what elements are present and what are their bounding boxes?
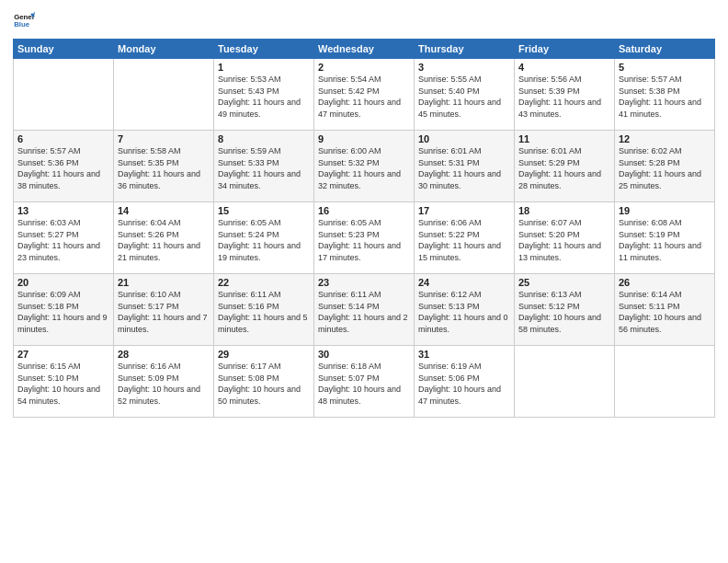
- calendar-cell: 6Sunrise: 5:57 AMSunset: 5:36 PMDaylight…: [14, 131, 114, 202]
- day-number: 6: [17, 133, 109, 144]
- day-number: 25: [518, 277, 610, 288]
- logo: General Blue: [13, 9, 35, 31]
- week-row-3: 13Sunrise: 6:03 AMSunset: 5:27 PMDayligh…: [14, 202, 715, 274]
- day-number: 31: [418, 349, 510, 360]
- calendar-cell: [114, 59, 214, 131]
- day-number: 15: [218, 205, 310, 216]
- day-number: 16: [318, 205, 410, 216]
- calendar-cell: 26Sunrise: 6:14 AMSunset: 5:11 PMDayligh…: [615, 274, 715, 346]
- day-number: 20: [17, 277, 109, 288]
- cell-info: Sunrise: 6:04 AMSunset: 5:26 PMDaylight:…: [118, 217, 210, 263]
- calendar-cell: 1Sunrise: 5:53 AMSunset: 5:43 PMDaylight…: [214, 59, 314, 131]
- calendar-cell: 8Sunrise: 5:59 AMSunset: 5:33 PMDaylight…: [214, 131, 314, 202]
- svg-text:Blue: Blue: [14, 20, 30, 29]
- calendar-cell: 12Sunrise: 6:02 AMSunset: 5:28 PMDayligh…: [615, 131, 715, 202]
- page: General Blue SundayMondayTuesdayWednesda…: [0, 0, 728, 563]
- cell-info: Sunrise: 6:05 AMSunset: 5:24 PMDaylight:…: [218, 217, 310, 263]
- cell-info: Sunrise: 5:58 AMSunset: 5:35 PMDaylight:…: [118, 145, 210, 191]
- calendar-cell: 24Sunrise: 6:12 AMSunset: 5:13 PMDayligh…: [415, 274, 515, 346]
- weekday-monday: Monday: [114, 40, 214, 59]
- week-row-2: 6Sunrise: 5:57 AMSunset: 5:36 PMDaylight…: [14, 131, 715, 202]
- cell-info: Sunrise: 5:56 AMSunset: 5:39 PMDaylight:…: [518, 74, 610, 120]
- cell-info: Sunrise: 6:12 AMSunset: 5:13 PMDaylight:…: [418, 289, 510, 335]
- weekday-sunday: Sunday: [14, 40, 114, 59]
- cell-info: Sunrise: 6:11 AMSunset: 5:16 PMDaylight:…: [218, 289, 310, 335]
- day-number: 24: [418, 277, 510, 288]
- weekday-header-row: SundayMondayTuesdayWednesdayThursdayFrid…: [14, 40, 715, 59]
- day-number: 27: [17, 349, 109, 360]
- calendar-cell: 2Sunrise: 5:54 AMSunset: 5:42 PMDaylight…: [314, 59, 415, 131]
- cell-info: Sunrise: 6:13 AMSunset: 5:12 PMDaylight:…: [518, 289, 610, 335]
- day-number: 4: [518, 62, 610, 73]
- calendar-cell: 18Sunrise: 6:07 AMSunset: 5:20 PMDayligh…: [515, 202, 615, 274]
- calendar-cell: 21Sunrise: 6:10 AMSunset: 5:17 PMDayligh…: [114, 274, 214, 346]
- week-row-5: 27Sunrise: 6:15 AMSunset: 5:10 PMDayligh…: [14, 346, 715, 418]
- calendar-cell: 11Sunrise: 6:01 AMSunset: 5:29 PMDayligh…: [515, 131, 615, 202]
- day-number: 17: [418, 205, 510, 216]
- weekday-tuesday: Tuesday: [214, 40, 314, 59]
- cell-info: Sunrise: 5:57 AMSunset: 5:36 PMDaylight:…: [17, 145, 109, 191]
- weekday-wednesday: Wednesday: [314, 40, 415, 59]
- day-number: 29: [218, 349, 310, 360]
- day-number: 3: [418, 62, 510, 73]
- cell-info: Sunrise: 6:08 AMSunset: 5:19 PMDaylight:…: [619, 217, 711, 263]
- day-number: 10: [418, 133, 510, 144]
- cell-info: Sunrise: 6:09 AMSunset: 5:18 PMDaylight:…: [17, 289, 109, 335]
- weekday-friday: Friday: [515, 40, 615, 59]
- cell-info: Sunrise: 6:01 AMSunset: 5:31 PMDaylight:…: [418, 145, 510, 191]
- calendar-cell: [515, 346, 615, 418]
- cell-info: Sunrise: 6:11 AMSunset: 5:14 PMDaylight:…: [318, 289, 410, 335]
- calendar-cell: 9Sunrise: 6:00 AMSunset: 5:32 PMDaylight…: [314, 131, 415, 202]
- calendar-cell: 28Sunrise: 6:16 AMSunset: 5:09 PMDayligh…: [114, 346, 214, 418]
- calendar-cell: 31Sunrise: 6:19 AMSunset: 5:06 PMDayligh…: [415, 346, 515, 418]
- calendar-cell: 4Sunrise: 5:56 AMSunset: 5:39 PMDaylight…: [515, 59, 615, 131]
- day-number: 7: [118, 133, 210, 144]
- cell-info: Sunrise: 6:18 AMSunset: 5:07 PMDaylight:…: [318, 361, 410, 407]
- calendar-cell: [14, 59, 114, 131]
- cell-info: Sunrise: 6:10 AMSunset: 5:17 PMDaylight:…: [118, 289, 210, 335]
- cell-info: Sunrise: 5:57 AMSunset: 5:38 PMDaylight:…: [619, 74, 711, 120]
- header: General Blue: [13, 9, 715, 31]
- calendar-cell: 13Sunrise: 6:03 AMSunset: 5:27 PMDayligh…: [14, 202, 114, 274]
- cell-info: Sunrise: 6:16 AMSunset: 5:09 PMDaylight:…: [118, 361, 210, 407]
- cell-info: Sunrise: 6:01 AMSunset: 5:29 PMDaylight:…: [518, 145, 610, 191]
- day-number: 28: [118, 349, 210, 360]
- cell-info: Sunrise: 5:59 AMSunset: 5:33 PMDaylight:…: [218, 145, 310, 191]
- day-number: 11: [518, 133, 610, 144]
- cell-info: Sunrise: 6:00 AMSunset: 5:32 PMDaylight:…: [318, 145, 410, 191]
- day-number: 12: [619, 133, 711, 144]
- day-number: 8: [218, 133, 310, 144]
- calendar-table: SundayMondayTuesdayWednesdayThursdayFrid…: [13, 39, 715, 418]
- day-number: 23: [318, 277, 410, 288]
- day-number: 13: [17, 205, 109, 216]
- calendar-cell: 22Sunrise: 6:11 AMSunset: 5:16 PMDayligh…: [214, 274, 314, 346]
- cell-info: Sunrise: 6:19 AMSunset: 5:06 PMDaylight:…: [418, 361, 510, 407]
- cell-info: Sunrise: 6:02 AMSunset: 5:28 PMDaylight:…: [619, 145, 711, 191]
- day-number: 9: [318, 133, 410, 144]
- calendar-cell: 30Sunrise: 6:18 AMSunset: 5:07 PMDayligh…: [314, 346, 415, 418]
- calendar-cell: 29Sunrise: 6:17 AMSunset: 5:08 PMDayligh…: [214, 346, 314, 418]
- day-number: 30: [318, 349, 410, 360]
- day-number: 26: [619, 277, 711, 288]
- calendar-cell: 5Sunrise: 5:57 AMSunset: 5:38 PMDaylight…: [615, 59, 715, 131]
- cell-info: Sunrise: 6:06 AMSunset: 5:22 PMDaylight:…: [418, 217, 510, 263]
- calendar-cell: 27Sunrise: 6:15 AMSunset: 5:10 PMDayligh…: [14, 346, 114, 418]
- calendar-cell: 3Sunrise: 5:55 AMSunset: 5:40 PMDaylight…: [415, 59, 515, 131]
- day-number: 5: [619, 62, 711, 73]
- weekday-saturday: Saturday: [615, 40, 715, 59]
- weekday-thursday: Thursday: [415, 40, 515, 59]
- logo-icon: General Blue: [13, 9, 35, 31]
- cell-info: Sunrise: 6:14 AMSunset: 5:11 PMDaylight:…: [619, 289, 711, 335]
- cell-info: Sunrise: 5:54 AMSunset: 5:42 PMDaylight:…: [318, 74, 410, 120]
- cell-info: Sunrise: 6:07 AMSunset: 5:20 PMDaylight:…: [518, 217, 610, 263]
- day-number: 22: [218, 277, 310, 288]
- calendar-cell: 7Sunrise: 5:58 AMSunset: 5:35 PMDaylight…: [114, 131, 214, 202]
- cell-info: Sunrise: 6:03 AMSunset: 5:27 PMDaylight:…: [17, 217, 109, 263]
- day-number: 14: [118, 205, 210, 216]
- week-row-1: 1Sunrise: 5:53 AMSunset: 5:43 PMDaylight…: [14, 59, 715, 131]
- day-number: 21: [118, 277, 210, 288]
- cell-info: Sunrise: 5:53 AMSunset: 5:43 PMDaylight:…: [218, 74, 310, 120]
- cell-info: Sunrise: 6:17 AMSunset: 5:08 PMDaylight:…: [218, 361, 310, 407]
- calendar-cell: 15Sunrise: 6:05 AMSunset: 5:24 PMDayligh…: [214, 202, 314, 274]
- calendar-cell: 14Sunrise: 6:04 AMSunset: 5:26 PMDayligh…: [114, 202, 214, 274]
